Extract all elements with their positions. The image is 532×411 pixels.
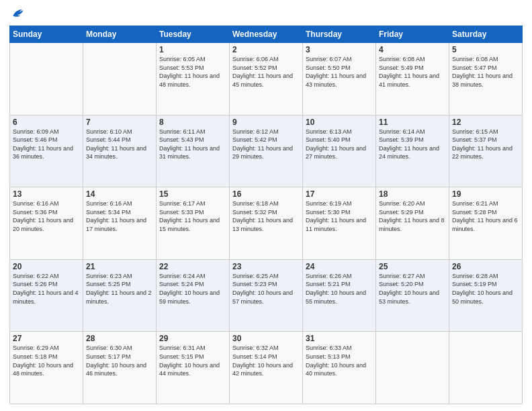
day-info: Sunrise: 6:33 AM Sunset: 5:13 PM Dayligh…	[306, 345, 366, 377]
day-info: Sunrise: 6:32 AM Sunset: 5:14 PM Dayligh…	[232, 345, 293, 377]
day-info: Sunrise: 6:07 AM Sunset: 5:50 PM Dayligh…	[306, 56, 366, 88]
calendar-week-row: 13Sunrise: 6:16 AM Sunset: 5:36 PM Dayli…	[10, 187, 523, 260]
day-info: Sunrise: 6:16 AM Sunset: 5:34 PM Dayligh…	[86, 200, 146, 232]
day-info: Sunrise: 6:17 AM Sunset: 5:33 PM Dayligh…	[159, 200, 220, 232]
calendar-day-cell: 13Sunrise: 6:16 AM Sunset: 5:36 PM Dayli…	[10, 187, 83, 260]
calendar-empty-cell	[83, 43, 157, 116]
day-info: Sunrise: 6:27 AM Sunset: 5:20 PM Dayligh…	[379, 273, 439, 305]
day-number: 12	[452, 118, 519, 127]
day-number: 17	[306, 189, 373, 199]
calendar-day-cell: 26Sunrise: 6:28 AM Sunset: 5:19 PM Dayli…	[449, 259, 523, 332]
calendar-week-row: 1Sunrise: 6:05 AM Sunset: 5:53 PM Daylig…	[10, 43, 523, 116]
day-number: 31	[306, 334, 373, 343]
day-number: 1	[159, 45, 226, 54]
calendar-day-cell: 14Sunrise: 6:16 AM Sunset: 5:34 PM Dayli…	[83, 187, 157, 260]
day-number: 24	[306, 262, 373, 271]
day-info: Sunrise: 6:20 AM Sunset: 5:29 PM Dayligh…	[379, 200, 445, 232]
day-info: Sunrise: 6:24 AM Sunset: 5:24 PM Dayligh…	[159, 273, 220, 305]
calendar-day-cell: 19Sunrise: 6:21 AM Sunset: 5:28 PM Dayli…	[449, 187, 523, 260]
day-info: Sunrise: 6:12 AM Sunset: 5:42 PM Dayligh…	[232, 128, 293, 161]
day-number: 22	[159, 262, 226, 271]
day-of-week-header: Wednesday	[230, 26, 303, 43]
day-info: Sunrise: 6:25 AM Sunset: 5:23 PM Dayligh…	[232, 273, 293, 305]
calendar-empty-cell	[376, 332, 449, 404]
day-number: 23	[232, 262, 300, 271]
day-info: Sunrise: 6:08 AM Sunset: 5:47 PM Dayligh…	[452, 56, 513, 88]
day-info: Sunrise: 6:11 AM Sunset: 5:43 PM Dayligh…	[159, 128, 220, 161]
calendar-empty-cell	[10, 43, 83, 116]
day-number: 6	[13, 118, 80, 127]
day-number: 2	[232, 45, 300, 54]
calendar-day-cell: 16Sunrise: 6:18 AM Sunset: 5:32 PM Dayli…	[230, 187, 303, 260]
calendar-day-cell: 10Sunrise: 6:13 AM Sunset: 5:40 PM Dayli…	[303, 115, 376, 187]
day-number: 11	[379, 118, 446, 127]
calendar-day-cell: 2Sunrise: 6:06 AM Sunset: 5:52 PM Daylig…	[230, 43, 303, 116]
day-info: Sunrise: 6:26 AM Sunset: 5:21 PM Dayligh…	[306, 273, 366, 305]
calendar-day-cell: 11Sunrise: 6:14 AM Sunset: 5:39 PM Dayli…	[376, 115, 449, 187]
calendar-day-cell: 7Sunrise: 6:10 AM Sunset: 5:44 PM Daylig…	[83, 115, 157, 187]
day-number: 30	[232, 334, 300, 343]
calendar-day-cell: 8Sunrise: 6:11 AM Sunset: 5:43 PM Daylig…	[157, 115, 230, 187]
day-number: 3	[306, 45, 373, 54]
logo-bird-icon	[11, 7, 24, 20]
calendar-day-cell: 30Sunrise: 6:32 AM Sunset: 5:14 PM Dayli…	[230, 332, 303, 404]
day-number: 9	[232, 118, 300, 127]
calendar-header-row: SundayMondayTuesdayWednesdayThursdayFrid…	[10, 26, 523, 43]
day-info: Sunrise: 6:10 AM Sunset: 5:44 PM Dayligh…	[86, 128, 146, 161]
day-info: Sunrise: 6:30 AM Sunset: 5:17 PM Dayligh…	[86, 345, 146, 377]
calendar-day-cell: 1Sunrise: 6:05 AM Sunset: 5:53 PM Daylig…	[157, 43, 230, 116]
day-info: Sunrise: 6:28 AM Sunset: 5:19 PM Dayligh…	[452, 273, 513, 305]
day-number: 13	[13, 189, 80, 199]
calendar-day-cell: 31Sunrise: 6:33 AM Sunset: 5:13 PM Dayli…	[303, 332, 376, 404]
day-number: 26	[452, 262, 519, 271]
calendar-day-cell: 4Sunrise: 6:08 AM Sunset: 5:49 PM Daylig…	[376, 43, 449, 116]
day-number: 18	[379, 189, 446, 199]
calendar-empty-cell	[449, 332, 523, 404]
day-number: 16	[232, 189, 300, 199]
day-info: Sunrise: 6:16 AM Sunset: 5:36 PM Dayligh…	[13, 200, 73, 232]
calendar-day-cell: 17Sunrise: 6:19 AM Sunset: 5:30 PM Dayli…	[303, 187, 376, 260]
calendar-day-cell: 25Sunrise: 6:27 AM Sunset: 5:20 PM Dayli…	[376, 259, 449, 332]
day-number: 19	[452, 189, 519, 199]
day-info: Sunrise: 6:05 AM Sunset: 5:53 PM Dayligh…	[159, 56, 220, 88]
day-info: Sunrise: 6:08 AM Sunset: 5:49 PM Dayligh…	[379, 56, 439, 88]
day-number: 25	[379, 262, 446, 271]
calendar-day-cell: 21Sunrise: 6:23 AM Sunset: 5:25 PM Dayli…	[83, 259, 157, 332]
day-number: 5	[452, 45, 519, 54]
day-info: Sunrise: 6:06 AM Sunset: 5:52 PM Dayligh…	[232, 56, 293, 88]
page: SundayMondayTuesdayWednesdayThursdayFrid…	[0, 0, 532, 411]
day-number: 10	[306, 118, 373, 127]
calendar-day-cell: 18Sunrise: 6:20 AM Sunset: 5:29 PM Dayli…	[376, 187, 449, 260]
day-of-week-header: Sunday	[10, 26, 83, 43]
calendar-week-row: 27Sunrise: 6:29 AM Sunset: 5:18 PM Dayli…	[10, 332, 523, 404]
day-info: Sunrise: 6:22 AM Sunset: 5:26 PM Dayligh…	[13, 273, 79, 305]
day-info: Sunrise: 6:14 AM Sunset: 5:39 PM Dayligh…	[379, 128, 439, 161]
calendar-day-cell: 20Sunrise: 6:22 AM Sunset: 5:26 PM Dayli…	[10, 259, 83, 332]
day-info: Sunrise: 6:13 AM Sunset: 5:40 PM Dayligh…	[306, 128, 366, 161]
day-info: Sunrise: 6:29 AM Sunset: 5:18 PM Dayligh…	[13, 345, 73, 377]
day-of-week-header: Friday	[376, 26, 449, 43]
calendar-day-cell: 5Sunrise: 6:08 AM Sunset: 5:47 PM Daylig…	[449, 43, 523, 116]
day-info: Sunrise: 6:31 AM Sunset: 5:15 PM Dayligh…	[159, 345, 220, 377]
day-info: Sunrise: 6:15 AM Sunset: 5:37 PM Dayligh…	[452, 128, 513, 161]
calendar-day-cell: 23Sunrise: 6:25 AM Sunset: 5:23 PM Dayli…	[230, 259, 303, 332]
calendar-day-cell: 27Sunrise: 6:29 AM Sunset: 5:18 PM Dayli…	[10, 332, 83, 404]
calendar-day-cell: 24Sunrise: 6:26 AM Sunset: 5:21 PM Dayli…	[303, 259, 376, 332]
calendar-day-cell: 12Sunrise: 6:15 AM Sunset: 5:37 PM Dayli…	[449, 115, 523, 187]
calendar-day-cell: 28Sunrise: 6:30 AM Sunset: 5:17 PM Dayli…	[83, 332, 157, 404]
day-number: 27	[13, 334, 80, 343]
day-number: 4	[379, 45, 446, 54]
day-info: Sunrise: 6:09 AM Sunset: 5:46 PM Dayligh…	[13, 128, 73, 161]
day-of-week-header: Tuesday	[157, 26, 230, 43]
day-number: 8	[159, 118, 226, 127]
calendar-day-cell: 6Sunrise: 6:09 AM Sunset: 5:46 PM Daylig…	[10, 115, 83, 187]
header	[9, 7, 523, 20]
day-number: 29	[159, 334, 226, 343]
day-of-week-header: Monday	[83, 26, 157, 43]
day-of-week-header: Saturday	[449, 26, 523, 43]
calendar-day-cell: 9Sunrise: 6:12 AM Sunset: 5:42 PM Daylig…	[230, 115, 303, 187]
day-number: 20	[13, 262, 80, 271]
calendar-day-cell: 22Sunrise: 6:24 AM Sunset: 5:24 PM Dayli…	[157, 259, 230, 332]
calendar-week-row: 6Sunrise: 6:09 AM Sunset: 5:46 PM Daylig…	[10, 115, 523, 187]
logo	[9, 7, 24, 20]
